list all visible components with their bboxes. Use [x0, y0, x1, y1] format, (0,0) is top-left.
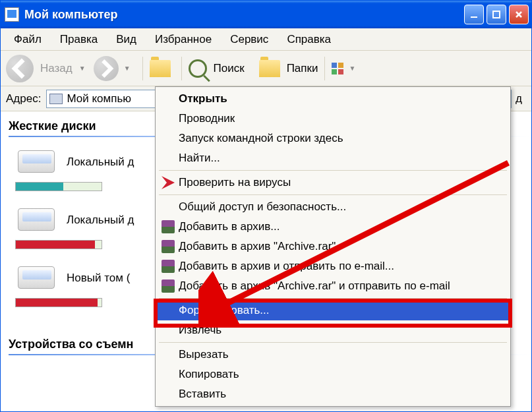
winrar-icon — [162, 240, 175, 253]
toolbar-separator — [142, 57, 143, 80]
menu-file[interactable]: Файл — [5, 30, 51, 49]
drive-usage-bar — [15, 182, 102, 191]
toolbar-separator-2 — [181, 57, 182, 80]
menu-edit[interactable]: Правка — [51, 30, 107, 49]
back-label: Назад — [40, 62, 73, 75]
close-button[interactable] — [509, 5, 529, 24]
ctx-add-email-label: Добавить в архив и отправить по e-mail..… — [179, 260, 394, 273]
ctx-copy[interactable]: Копировать — [158, 365, 508, 384]
ctx-virus-scan[interactable]: Проверить на вирусы — [158, 173, 508, 192]
address-label: Адрес: — [6, 92, 41, 105]
menu-help[interactable]: Справка — [278, 30, 340, 49]
ctx-add-email[interactable]: Добавить в архив и отправить по e-mail..… — [158, 256, 508, 276]
ctx-add-archive-label: Добавить в архив... — [179, 220, 280, 233]
up-folder-icon[interactable] — [150, 60, 171, 77]
back-dropdown-icon[interactable]: ▼ — [79, 65, 86, 72]
ctx-add-rar-email-label: Добавить в архив "Archive.rar" и отправи… — [179, 280, 450, 293]
ctx-format[interactable]: Форматировать... — [158, 301, 508, 320]
context-menu: Открыть Проводник Запуск командной строк… — [155, 86, 511, 407]
ctx-separator — [159, 170, 507, 171]
titlebar: Мой компьютер — [1, 1, 531, 28]
ctx-sharing[interactable]: Общий доступ и безопасность... — [158, 197, 508, 217]
drive-label: Локальный д — [67, 214, 134, 227]
winrar-icon — [162, 280, 175, 293]
folders-label[interactable]: Папки — [287, 62, 318, 75]
winrar-icon — [162, 220, 175, 233]
ctx-add-archive[interactable]: Добавить в архив... — [158, 217, 508, 237]
drive-label: Новый том ( — [67, 272, 130, 285]
drive-label: Локальный д — [67, 156, 134, 169]
computer-icon — [49, 94, 63, 104]
views-dropdown-icon[interactable]: ▼ — [349, 65, 355, 72]
address-value: Мой компью — [67, 92, 131, 105]
ctx-open[interactable]: Открыть — [158, 89, 508, 109]
ctx-cut[interactable]: Вырезать — [158, 345, 508, 365]
window-title: Мой компьютер — [24, 8, 464, 22]
kaspersky-icon — [162, 176, 175, 189]
ctx-separator — [159, 342, 507, 343]
ctx-eject[interactable]: Извлечь — [158, 320, 508, 340]
svg-rect-1 — [493, 11, 500, 18]
explorer-window: Мой компьютер Файл Правка Вид Избранное … — [0, 0, 532, 412]
toolbar: Назад ▼ ▼ Поиск Папки ▼ — [1, 51, 531, 86]
back-button[interactable] — [6, 55, 34, 82]
menu-view[interactable]: Вид — [107, 30, 146, 49]
ctx-explorer[interactable]: Проводник — [158, 109, 508, 129]
views-icon[interactable] — [332, 63, 343, 74]
drive-icon — [15, 262, 57, 294]
drive-icon — [15, 204, 57, 236]
ctx-virus-scan-label: Проверить на вирусы — [179, 176, 291, 189]
maximize-button[interactable] — [487, 5, 506, 24]
ctx-separator — [159, 194, 507, 195]
svg-rect-0 — [471, 16, 477, 18]
ctx-add-archive-rar-label: Добавить в архив "Archive.rar" — [179, 240, 336, 253]
ctx-add-rar-email[interactable]: Добавить в архив "Archive.rar" и отправи… — [158, 276, 508, 296]
forward-button[interactable] — [94, 56, 119, 81]
forward-dropdown-icon[interactable]: ▼ — [124, 65, 131, 72]
folders-icon[interactable] — [259, 60, 280, 77]
menu-tools[interactable]: Сервис — [221, 30, 278, 49]
my-computer-icon — [5, 7, 19, 22]
search-icon[interactable] — [189, 59, 207, 78]
address-trailing: д — [512, 92, 526, 105]
winrar-icon — [162, 260, 175, 273]
menubar: Файл Правка Вид Избранное Сервис Справка — [1, 28, 531, 51]
drive-usage-bar — [15, 240, 102, 249]
search-label[interactable]: Поиск — [214, 62, 245, 75]
menu-favorites[interactable]: Избранное — [146, 30, 221, 49]
ctx-find[interactable]: Найти... — [158, 148, 508, 168]
ctx-separator — [159, 298, 507, 299]
ctx-add-archive-rar[interactable]: Добавить в архив "Archive.rar" — [158, 237, 508, 256]
drive-usage-bar — [15, 298, 102, 307]
ctx-cmd-here[interactable]: Запуск командной строки здесь — [158, 129, 508, 148]
minimize-button[interactable] — [464, 5, 484, 24]
ctx-paste[interactable]: Вставить — [158, 384, 508, 404]
toolbar-separator-3 — [324, 57, 325, 80]
drive-icon — [15, 146, 57, 178]
